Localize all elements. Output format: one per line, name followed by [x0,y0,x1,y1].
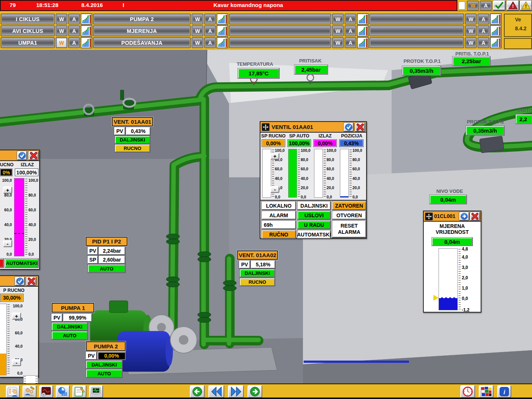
trend-chart-button[interactable] [490,25,501,36]
apply-button[interactable] [17,151,27,160]
nav-next-button[interactable] [228,385,244,398]
notes-button[interactable] [72,385,86,398]
menu-a-button[interactable]: A [204,25,216,36]
close-button[interactable] [470,212,480,221]
trend-chart-button[interactable] [490,14,501,24]
close-button[interactable] [355,123,365,132]
nav-back-button[interactable] [190,385,205,398]
magenta-bar[interactable] [14,178,24,256]
info-button[interactable] [497,385,511,398]
menu-item-empty[interactable] [369,25,464,36]
menu-item-empty[interactable] [229,37,331,48]
pid-header[interactable]: PID P1 I P2 [86,237,127,246]
increment-button[interactable]: + [3,187,12,194]
diagnostics-button[interactable] [39,385,53,398]
sp-rucno-slider[interactable] [262,149,271,198]
menu-a-button[interactable]: A [345,37,356,48]
menu-a-button[interactable]: A [345,14,356,24]
decrement-button[interactable]: - [270,186,279,193]
trend-chart-button[interactable] [490,37,501,48]
menu-w-button[interactable]: W [465,14,477,24]
lokalno-button[interactable]: LOKALNO [262,201,296,210]
system-monitor-button[interactable] [89,385,103,398]
menu-a-button[interactable]: A [478,25,489,36]
language-button[interactable] [479,385,494,398]
alarm-warning-button[interactable] [520,0,532,10]
alarm-a-button[interactable]: A [480,1,492,10]
setpoint-bar[interactable] [0,304,7,375]
apply-button[interactable] [15,277,25,286]
ack-check-button[interactable] [493,0,505,10]
trend-chart-button[interactable] [217,25,228,36]
menu-item-empty[interactable] [229,14,331,24]
menu-w-button[interactable]: W [56,14,67,24]
menu-item-empty[interactable] [369,37,464,48]
increment-button[interactable]: + [270,153,279,160]
trend-chart-button[interactable] [357,37,368,48]
alarm-critical-button[interactable] [507,0,519,10]
trend-chart-button[interactable] [357,25,368,36]
menu-a-button[interactable]: A [204,37,216,48]
pumpa1-header[interactable]: PUMPA 1 [52,303,94,313]
menu-item-podesavanja[interactable]: PODEŠAVANJA [93,37,191,48]
time-settings-button[interactable] [460,385,475,398]
menu-w-button[interactable]: W [332,14,344,24]
daljinski-button[interactable]: DALJINSKI [297,201,331,210]
rucno-button[interactable]: RUČNO [262,230,296,239]
menu-item-ciklus-2[interactable]: AVI CIKLUS [1,25,55,36]
menu-a-button[interactable]: A [68,25,80,36]
vent-01aa02-header[interactable]: VENT. 01AA02 [237,250,278,260]
trend-chart-button[interactable] [81,37,92,48]
users-access-button[interactable] [23,385,37,398]
automatski-mode-button[interactable]: AUTOMATSKI [5,259,38,267]
reset-alarma-button[interactable]: RESETALARMA [332,221,366,238]
operator-log-button[interactable] [6,385,20,398]
trend-chart-button[interactable] [217,14,228,24]
alarm-w-button[interactable]: W [467,1,479,10]
trend-chart-button[interactable] [217,37,228,48]
move-handle[interactable] [262,123,270,131]
automatski-button[interactable]: AUTOMATSKI [297,230,331,239]
menu-a-button[interactable]: A [478,37,489,48]
menu-item-empty[interactable] [229,25,331,36]
trend-chart-button[interactable] [357,14,368,24]
menu-w-button[interactable]: W [192,14,203,24]
menu-item-pumpa1[interactable]: UMPA1 [1,37,55,48]
menu-a-button[interactable]: A [345,25,356,36]
menu-w-button[interactable]: W [332,25,344,36]
menu-w-button[interactable]: W [465,25,477,36]
menu-item-empty[interactable] [369,14,464,24]
pumpa2-header[interactable]: PUMPA 2 [86,341,126,351]
menu-item-mjerenja[interactable]: MJERENJA [93,25,191,36]
menu-w-button-active[interactable]: W [56,37,67,48]
decrement-button[interactable]: - [12,359,21,366]
otvoren-button[interactable]: OTVOREN [332,211,366,219]
menu-a-button[interactable]: A [204,14,216,24]
decrement-button[interactable]: - [3,240,12,247]
close-button[interactable] [26,277,36,286]
menu-w-button[interactable]: W [465,37,477,48]
zatvoren-button[interactable]: ZATVOREN [332,201,366,210]
menu-w-button[interactable]: W [332,37,344,48]
detail-button[interactable] [459,212,469,221]
menu-a-button[interactable]: A [478,14,489,24]
menu-item-pumpa2[interactable]: PUMPA 2 [93,14,191,24]
vent-01aa01-header[interactable]: VENT. 01AA01 [112,117,153,126]
rucno-mode-button[interactable] [0,259,4,267]
menu-a-button[interactable]: A [68,14,80,24]
apply-button[interactable] [344,123,354,132]
close-button[interactable] [28,151,38,160]
move-handle[interactable] [425,212,433,221]
nav-previous-button[interactable] [208,385,224,398]
menu-a-button[interactable]: A [68,37,80,48]
menu-w-button[interactable]: W [192,37,203,48]
menu-w-button[interactable]: W [56,25,67,36]
trend-chart-button[interactable] [81,14,92,24]
menu-w-button[interactable]: W [192,25,203,36]
menu-item-ciklus-1[interactable]: I CIKLUS [1,14,55,24]
alarm-banner[interactable]: 79 18:51:28 8.4.2016 I Kavar komandnog n… [0,0,457,11]
increment-button[interactable]: + [12,313,21,320]
trend-chart-button[interactable] [81,25,92,36]
reports-button[interactable] [56,385,70,398]
nav-forward-button[interactable] [248,385,262,398]
